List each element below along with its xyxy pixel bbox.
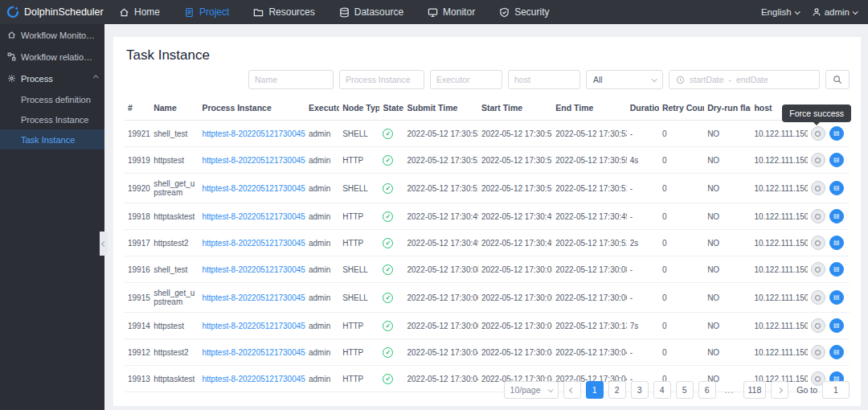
page-button-4[interactable]: 4 [653, 381, 671, 399]
state-filter-select[interactable]: All [586, 70, 663, 89]
language-switcher[interactable]: English [761, 7, 799, 17]
process-instance-filter-input[interactable] [339, 70, 424, 89]
sidebar-group-process[interactable]: Process [0, 68, 104, 89]
success-state-icon: ✓ [383, 374, 393, 384]
process-instance-link[interactable]: httptest-8-20220512173004517 [199, 174, 305, 203]
end-date-placeholder: endDate [736, 75, 768, 84]
monitor-icon [428, 7, 438, 18]
page-button-1[interactable]: 1 [586, 381, 604, 399]
nav-item-monitor[interactable]: Monitor [428, 6, 475, 18]
sidebar-item-workflow-monitor[interactable]: Workflow Monitor - li_pr [0, 24, 104, 46]
cell-duration: 4s [627, 147, 659, 174]
success-state-icon: ✓ [383, 129, 393, 139]
force-success-button[interactable] [811, 153, 825, 167]
cell-name: httpstest [150, 313, 199, 339]
process-instance-link[interactable]: httptest-8-20220512173004517 [199, 339, 305, 366]
cell-executor: admin [305, 174, 339, 203]
cell-start-time: 2022-05-12 17:30:08 [478, 256, 552, 283]
view-log-button[interactable]: ▤ [829, 153, 844, 167]
view-log-button[interactable]: ▤ [829, 345, 844, 359]
force-success-button[interactable] [811, 318, 825, 333]
cell-submit-time: 2022-05-12 17:30:49 [404, 203, 478, 230]
sidebar-item-task-instance[interactable]: Task Instance [0, 129, 104, 150]
force-success-button[interactable] [811, 345, 825, 359]
cell-end-time: 2022-05-12 17:30:53 [552, 121, 626, 147]
force-success-button[interactable] [811, 209, 825, 223]
row-operations: ▤ [811, 181, 844, 195]
view-log-button[interactable]: ▤ [829, 181, 844, 195]
force-success-icon [815, 214, 821, 219]
cell-node-type: SHELL [339, 283, 379, 313]
sidebar-item-workflow-relationship[interactable]: Workflow relationship [0, 46, 104, 68]
force-success-button[interactable] [811, 181, 825, 195]
next-page-button[interactable] [771, 381, 788, 399]
force-success-button[interactable] [811, 236, 825, 250]
page-ellipsis[interactable]: ... [721, 381, 739, 399]
process-instance-link[interactable]: httptest-8-20220512173004517 [199, 230, 305, 256]
page-button-5[interactable]: 5 [676, 381, 694, 399]
cell-node-type: SHELL [339, 174, 379, 203]
process-instance-link[interactable]: httptest-8-20220512173004517 [199, 121, 305, 147]
view-log-button[interactable]: ▤ [829, 126, 844, 141]
page-button-3[interactable]: 3 [631, 381, 649, 399]
cell-node-type: HTTP [339, 339, 379, 366]
nav-item-security[interactable]: Security [499, 6, 549, 18]
sidebar-item-label: Task Instance [21, 135, 75, 145]
process-instance-link[interactable]: httptest-8-20220512173004517 [199, 283, 305, 313]
process-instance-link[interactable]: httptest-8-20220512173004517 [199, 147, 305, 174]
cell-host: 10.122.111.150:123... [751, 147, 807, 174]
search-button[interactable] [825, 70, 850, 89]
goto-page-input[interactable] [822, 381, 850, 399]
chevron-down-icon [794, 9, 800, 14]
cell-name: httpstest [150, 147, 199, 174]
nav-item-datasource[interactable]: Datasource [339, 6, 403, 18]
page-button-2[interactable]: 2 [608, 381, 626, 399]
cell-dry-run: NO [704, 339, 751, 366]
success-state-icon: ✓ [383, 211, 393, 222]
date-range-picker[interactable]: startDate - endDate [669, 70, 820, 89]
page-size-value: 10/page [510, 385, 541, 395]
executor-filter-input[interactable] [430, 70, 502, 89]
row-operations: ▤ [811, 345, 844, 359]
nav-item-home[interactable]: Home [119, 6, 160, 18]
cell-dry-run: NO [704, 313, 751, 339]
name-filter-input[interactable] [248, 70, 334, 89]
cell-retry-count: 0 [659, 339, 704, 366]
page-button-118[interactable]: 118 [743, 381, 767, 399]
nav-item-project[interactable]: Project [184, 6, 229, 18]
table-row: 19914httpstesthttptest-8-202205121730045… [125, 313, 850, 339]
view-log-button[interactable]: ▤ [829, 209, 844, 223]
user-menu[interactable]: admin [812, 7, 857, 17]
host-filter-input[interactable] [508, 70, 580, 89]
row-operations: ▤ [811, 290, 844, 305]
process-instance-link[interactable]: httptest-8-20220512173004517 [199, 366, 305, 392]
sidebar-collapse-handle[interactable] [100, 232, 108, 256]
goto-label: Go to [796, 385, 817, 395]
force-success-button[interactable] [811, 290, 825, 305]
cell-retry-count: 0 [659, 256, 704, 283]
cell-id: 19921 [125, 121, 150, 147]
view-log-button[interactable]: ▤ [829, 236, 844, 250]
filter-bar: All startDate - endDate [113, 67, 861, 89]
success-state-icon: ✓ [383, 183, 393, 194]
process-instance-link[interactable]: httptest-8-20220512173004517 [199, 313, 305, 339]
prev-page-button[interactable] [563, 381, 581, 399]
page-button-6[interactable]: 6 [698, 381, 716, 399]
sidebar-item-process-instance[interactable]: Process Instance [0, 109, 104, 129]
cell-duration: - [627, 339, 659, 366]
cell-state: ✓ [379, 174, 403, 203]
force-success-button[interactable] [811, 126, 825, 141]
process-instance-link[interactable]: httptest-8-20220512173004517 [199, 203, 305, 230]
force-success-button[interactable] [811, 262, 825, 277]
force-success-icon [815, 323, 821, 329]
process-instance-link[interactable]: httptest-8-20220512173004517 [199, 256, 305, 283]
page-title: Task Instance [113, 37, 861, 67]
page-size-select[interactable]: 10/page [504, 381, 559, 399]
cell-operations: ▤ [808, 174, 850, 203]
cell-start-time: 2022-05-12 17:30:49 [478, 230, 552, 256]
view-log-button[interactable]: ▤ [829, 262, 844, 277]
sidebar-item-process-definition[interactable]: Process definition [0, 89, 104, 109]
view-log-button[interactable]: ▤ [829, 318, 844, 333]
view-log-button[interactable]: ▤ [829, 290, 844, 305]
nav-item-resources[interactable]: Resources [253, 6, 314, 18]
